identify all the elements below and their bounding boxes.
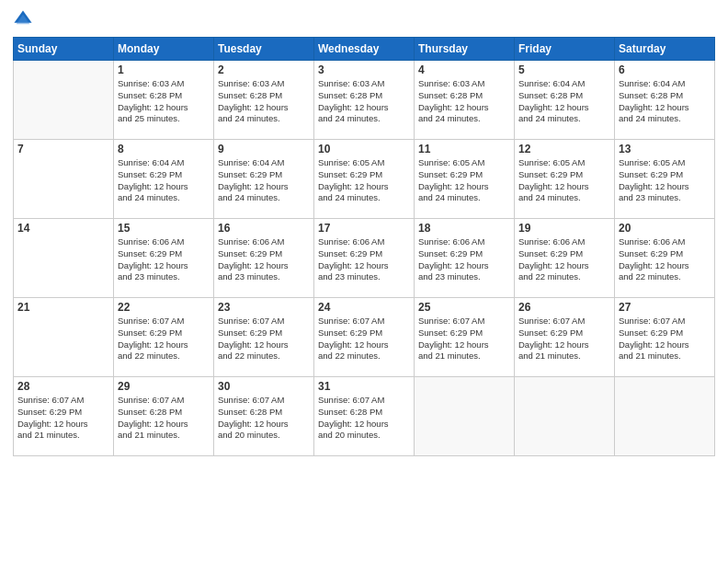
week-row-3: 1415Sunrise: 6:06 AMSunset: 6:29 PMDayli…	[14, 219, 715, 298]
cell-info: Sunrise: 6:07 AMSunset: 6:29 PMDaylight:…	[518, 316, 610, 362]
page: SundayMondayTuesdayWednesdayThursdayFrid…	[0, 0, 728, 563]
day-number: 7	[17, 143, 109, 155]
day-number: 4	[418, 63, 510, 76]
day-number: 23	[218, 301, 310, 314]
week-row-5: 28Sunrise: 6:07 AMSunset: 6:29 PMDayligh…	[14, 377, 715, 456]
cell-info: Sunrise: 6:03 AMSunset: 6:28 PMDaylight:…	[118, 78, 210, 125]
day-number: 5	[518, 63, 610, 76]
day-number: 6	[619, 63, 711, 76]
day-number: 17	[318, 222, 410, 235]
cell-info: Sunrise: 6:04 AMSunset: 6:28 PMDaylight:…	[619, 78, 711, 125]
calendar-cell: 27Sunrise: 6:07 AMSunset: 6:29 PMDayligh…	[615, 298, 715, 377]
cell-info: Sunrise: 6:06 AMSunset: 6:29 PMDaylight:…	[619, 236, 711, 283]
cell-info: Sunrise: 6:07 AMSunset: 6:29 PMDaylight:…	[118, 316, 210, 362]
cell-info: Sunrise: 6:06 AMSunset: 6:29 PMDaylight:…	[418, 236, 510, 283]
cell-info: Sunrise: 6:07 AMSunset: 6:29 PMDaylight:…	[418, 316, 510, 362]
calendar-cell: 21	[14, 298, 114, 377]
logo	[13, 9, 37, 29]
calendar-cell: 13Sunrise: 6:05 AMSunset: 6:29 PMDayligh…	[615, 140, 715, 219]
calendar-cell: 5Sunrise: 6:04 AMSunset: 6:28 PMDaylight…	[515, 61, 615, 140]
calendar-cell	[615, 377, 715, 456]
cell-info: Sunrise: 6:04 AMSunset: 6:28 PMDaylight:…	[518, 78, 610, 125]
day-number: 20	[619, 222, 711, 235]
calendar-cell: 9Sunrise: 6:04 AMSunset: 6:29 PMDaylight…	[214, 140, 314, 219]
day-number: 11	[418, 143, 510, 155]
cell-info: Sunrise: 6:07 AMSunset: 6:28 PMDaylight:…	[118, 395, 210, 442]
cell-info: Sunrise: 6:04 AMSunset: 6:29 PMDaylight:…	[118, 157, 210, 204]
calendar-cell: 25Sunrise: 6:07 AMSunset: 6:29 PMDayligh…	[415, 298, 515, 377]
cell-info: Sunrise: 6:05 AMSunset: 6:29 PMDaylight:…	[418, 157, 510, 204]
weekday-header-monday: Monday	[114, 38, 214, 61]
header	[13, 9, 715, 29]
day-number: 28	[17, 380, 109, 393]
cell-info: Sunrise: 6:06 AMSunset: 6:29 PMDaylight:…	[218, 236, 310, 283]
day-number: 13	[619, 143, 711, 155]
calendar-cell: 17Sunrise: 6:06 AMSunset: 6:29 PMDayligh…	[314, 219, 415, 298]
calendar-table: SundayMondayTuesdayWednesdayThursdayFrid…	[13, 37, 715, 456]
calendar-cell: 16Sunrise: 6:06 AMSunset: 6:29 PMDayligh…	[214, 219, 314, 298]
calendar-cell	[415, 377, 515, 456]
day-number: 19	[518, 222, 610, 235]
weekday-header-row: SundayMondayTuesdayWednesdayThursdayFrid…	[14, 38, 715, 61]
calendar-cell	[515, 377, 615, 456]
cell-info: Sunrise: 6:03 AMSunset: 6:28 PMDaylight:…	[418, 78, 510, 125]
calendar-cell: 12Sunrise: 6:05 AMSunset: 6:29 PMDayligh…	[515, 140, 615, 219]
calendar-cell: 23Sunrise: 6:07 AMSunset: 6:29 PMDayligh…	[214, 298, 314, 377]
cell-info: Sunrise: 6:04 AMSunset: 6:29 PMDaylight:…	[218, 157, 310, 204]
calendar-cell: 22Sunrise: 6:07 AMSunset: 6:29 PMDayligh…	[114, 298, 214, 377]
weekday-header-saturday: Saturday	[615, 38, 715, 61]
weekday-header-friday: Friday	[515, 38, 615, 61]
cell-info: Sunrise: 6:07 AMSunset: 6:28 PMDaylight:…	[218, 395, 310, 442]
cell-info: Sunrise: 6:07 AMSunset: 6:29 PMDaylight:…	[318, 316, 410, 362]
day-number: 27	[619, 301, 711, 314]
calendar-cell: 20Sunrise: 6:06 AMSunset: 6:29 PMDayligh…	[615, 219, 715, 298]
calendar-cell: 19Sunrise: 6:06 AMSunset: 6:29 PMDayligh…	[515, 219, 615, 298]
week-row-1: 1Sunrise: 6:03 AMSunset: 6:28 PMDaylight…	[14, 61, 715, 140]
day-number: 25	[418, 301, 510, 314]
logo-icon	[13, 9, 33, 29]
cell-info: Sunrise: 6:05 AMSunset: 6:29 PMDaylight:…	[619, 157, 711, 204]
day-number: 2	[218, 63, 310, 76]
calendar-cell: 2Sunrise: 6:03 AMSunset: 6:28 PMDaylight…	[214, 61, 314, 140]
day-number: 14	[17, 222, 109, 235]
day-number: 15	[118, 222, 210, 235]
day-number: 12	[518, 143, 610, 155]
cell-info: Sunrise: 6:07 AMSunset: 6:29 PMDaylight:…	[17, 395, 109, 442]
calendar-cell	[14, 61, 114, 140]
week-row-4: 2122Sunrise: 6:07 AMSunset: 6:29 PMDayli…	[14, 298, 715, 377]
calendar-cell: 14	[14, 219, 114, 298]
day-number: 26	[518, 301, 610, 314]
calendar-cell: 4Sunrise: 6:03 AMSunset: 6:28 PMDaylight…	[415, 61, 515, 140]
calendar-cell: 28Sunrise: 6:07 AMSunset: 6:29 PMDayligh…	[14, 377, 114, 456]
day-number: 18	[418, 222, 510, 235]
cell-info: Sunrise: 6:07 AMSunset: 6:29 PMDaylight:…	[218, 316, 310, 362]
cell-info: Sunrise: 6:07 AMSunset: 6:28 PMDaylight:…	[318, 395, 410, 442]
weekday-header-thursday: Thursday	[415, 38, 515, 61]
cell-info: Sunrise: 6:05 AMSunset: 6:29 PMDaylight:…	[518, 157, 610, 204]
day-number: 8	[118, 143, 210, 155]
day-number: 24	[318, 301, 410, 314]
calendar-cell: 18Sunrise: 6:06 AMSunset: 6:29 PMDayligh…	[415, 219, 515, 298]
cell-info: Sunrise: 6:07 AMSunset: 6:29 PMDaylight:…	[619, 316, 711, 362]
cell-info: Sunrise: 6:06 AMSunset: 6:29 PMDaylight:…	[318, 236, 410, 283]
calendar-cell: 26Sunrise: 6:07 AMSunset: 6:29 PMDayligh…	[515, 298, 615, 377]
calendar-cell: 1Sunrise: 6:03 AMSunset: 6:28 PMDaylight…	[114, 61, 214, 140]
day-number: 30	[218, 380, 310, 393]
calendar-cell: 24Sunrise: 6:07 AMSunset: 6:29 PMDayligh…	[314, 298, 415, 377]
calendar-cell: 15Sunrise: 6:06 AMSunset: 6:29 PMDayligh…	[114, 219, 214, 298]
day-number: 21	[17, 301, 109, 314]
calendar-cell: 31Sunrise: 6:07 AMSunset: 6:28 PMDayligh…	[314, 377, 415, 456]
weekday-header-tuesday: Tuesday	[214, 38, 314, 61]
day-number: 16	[218, 222, 310, 235]
calendar-cell: 3Sunrise: 6:03 AMSunset: 6:28 PMDaylight…	[314, 61, 415, 140]
week-row-2: 78Sunrise: 6:04 AMSunset: 6:29 PMDayligh…	[14, 140, 715, 219]
cell-info: Sunrise: 6:03 AMSunset: 6:28 PMDaylight:…	[218, 78, 310, 125]
day-number: 9	[218, 143, 310, 155]
cell-info: Sunrise: 6:05 AMSunset: 6:29 PMDaylight:…	[318, 157, 410, 204]
calendar-cell: 30Sunrise: 6:07 AMSunset: 6:28 PMDayligh…	[214, 377, 314, 456]
calendar-cell: 11Sunrise: 6:05 AMSunset: 6:29 PMDayligh…	[415, 140, 515, 219]
calendar-cell: 10Sunrise: 6:05 AMSunset: 6:29 PMDayligh…	[314, 140, 415, 219]
calendar-cell: 7	[14, 140, 114, 219]
calendar-cell: 6Sunrise: 6:04 AMSunset: 6:28 PMDaylight…	[615, 61, 715, 140]
cell-info: Sunrise: 6:06 AMSunset: 6:29 PMDaylight:…	[518, 236, 610, 283]
